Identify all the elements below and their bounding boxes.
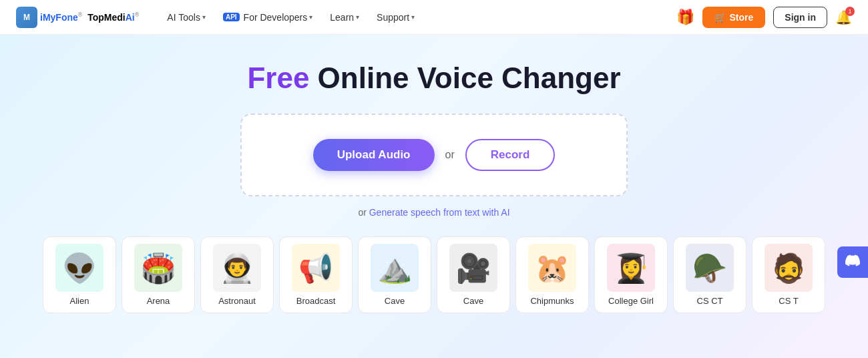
main-content: Free Online Voice Changer Upload Audio o… xyxy=(0,35,868,358)
nav-support-label: Support xyxy=(377,12,409,23)
or-separator: or xyxy=(445,149,455,161)
upload-buttons-group: Upload Audio or Record xyxy=(313,139,556,171)
hero-title: Free Online Voice Changer xyxy=(247,61,620,95)
nav-right: 🎁 🛒 Store Sign in 🔔 1 xyxy=(676,7,852,28)
nav-learn-label: Learn xyxy=(330,12,354,23)
hero-title-rest: Online Voice Changer xyxy=(309,61,620,94)
store-label: Store xyxy=(730,12,754,23)
voice-card-image-arena: 🏟️ xyxy=(134,244,182,292)
gift-icon[interactable]: 🎁 xyxy=(676,9,694,26)
logo-icon: M xyxy=(16,7,37,28)
nav-for-developers[interactable]: API For Developers ▾ xyxy=(216,8,319,27)
nav-for-developers-label: For Developers xyxy=(244,12,308,23)
voice-card-label-college_girl: College Girl xyxy=(608,296,654,306)
voice-card-cave1[interactable]: ⛰️ Cave xyxy=(358,236,431,313)
voice-card-label-astronaut: Astronaut xyxy=(218,296,256,306)
voice-card-cs_ct[interactable]: 🪖 CS CT xyxy=(673,236,746,313)
logo[interactable]: M iMyFone® TopMediAi® xyxy=(16,7,139,28)
voice-card-image-astronaut: 👨‍🚀 xyxy=(213,244,261,292)
generate-text: or Generate speech from text with AI xyxy=(358,207,509,218)
voice-card-image-cs_t: 🧔 xyxy=(765,244,813,292)
store-button[interactable]: 🛒 Store xyxy=(702,7,766,28)
voice-card-cs_t[interactable]: 🧔 CS T xyxy=(752,236,825,313)
voice-card-image-broadcast: 📢 xyxy=(292,244,340,292)
nav-items: AI Tools ▾ API For Developers ▾ Learn ▾ … xyxy=(160,8,676,27)
voice-card-cave2[interactable]: 🎥 Cave xyxy=(437,236,510,313)
chevron-down-icon-2: ▾ xyxy=(309,13,312,21)
discord-icon xyxy=(845,253,860,271)
voice-card-image-college_girl: 👩‍🎓 xyxy=(607,244,655,292)
nav-learn[interactable]: Learn ▾ xyxy=(323,8,366,27)
voice-card-label-broadcast: Broadcast xyxy=(296,296,336,306)
voice-card-image-cave2: 🎥 xyxy=(449,244,497,292)
api-badge: API xyxy=(223,13,240,21)
logo-text: iMyFone® TopMediAi® xyxy=(40,11,139,23)
record-button[interactable]: Record xyxy=(465,139,556,171)
voice-card-alien[interactable]: 👽 Alien xyxy=(43,236,116,313)
discord-float-button[interactable] xyxy=(837,246,868,278)
voice-card-college_girl[interactable]: 👩‍🎓 College Girl xyxy=(594,236,668,313)
voice-card-label-cave2: Cave xyxy=(463,296,483,306)
voice-card-label-cave1: Cave xyxy=(385,296,405,306)
nav-support[interactable]: Support ▾ xyxy=(370,8,421,27)
voice-card-chipmunks[interactable]: 🐹 Chipmunks xyxy=(515,236,589,313)
voice-card-astronaut[interactable]: 👨‍🚀 Astronaut xyxy=(200,236,274,313)
voice-card-label-alien: Alien xyxy=(70,296,89,306)
voice-card-label-chipmunks: Chipmunks xyxy=(530,296,574,306)
voice-cards-row: 👽 Alien 🏟️ Arena 👨‍🚀 Astronaut 📢 Broadca… xyxy=(0,236,868,313)
navbar: M iMyFone® TopMediAi® AI Tools ▾ API For… xyxy=(0,0,868,35)
generate-link[interactable]: Generate speech from text with AI xyxy=(369,207,510,218)
voice-card-image-alien: 👽 xyxy=(55,244,103,292)
voice-card-label-arena: Arena xyxy=(147,296,170,306)
voice-card-image-cave1: ⛰️ xyxy=(371,244,419,292)
logo-imyfone: iMyFone xyxy=(40,12,78,23)
nav-ai-tools[interactable]: AI Tools ▾ xyxy=(160,8,212,27)
generate-prefix: or xyxy=(358,207,369,218)
upload-audio-button[interactable]: Upload Audio xyxy=(313,139,435,171)
voice-card-label-cs_t: CS T xyxy=(779,296,798,306)
notification-badge: 1 xyxy=(845,7,855,16)
voice-card-broadcast[interactable]: 📢 Broadcast xyxy=(279,236,353,313)
hero-title-free: Free xyxy=(247,61,309,94)
chevron-down-icon-3: ▾ xyxy=(356,13,359,21)
signin-button[interactable]: Sign in xyxy=(773,7,827,28)
nav-ai-tools-label: AI Tools xyxy=(167,12,200,23)
voice-card-label-cs_ct: CS CT xyxy=(697,296,723,306)
notification-bell[interactable]: 🔔 1 xyxy=(835,9,852,25)
voice-card-image-cs_ct: 🪖 xyxy=(686,244,734,292)
chevron-down-icon: ▾ xyxy=(202,13,206,21)
voice-card-image-chipmunks: 🐹 xyxy=(528,244,576,292)
voice-card-arena[interactable]: 🏟️ Arena xyxy=(122,236,195,313)
cart-icon: 🛒 xyxy=(714,12,726,23)
upload-dropzone[interactable]: Upload Audio or Record xyxy=(240,114,628,196)
chevron-down-icon-4: ▾ xyxy=(411,13,415,21)
